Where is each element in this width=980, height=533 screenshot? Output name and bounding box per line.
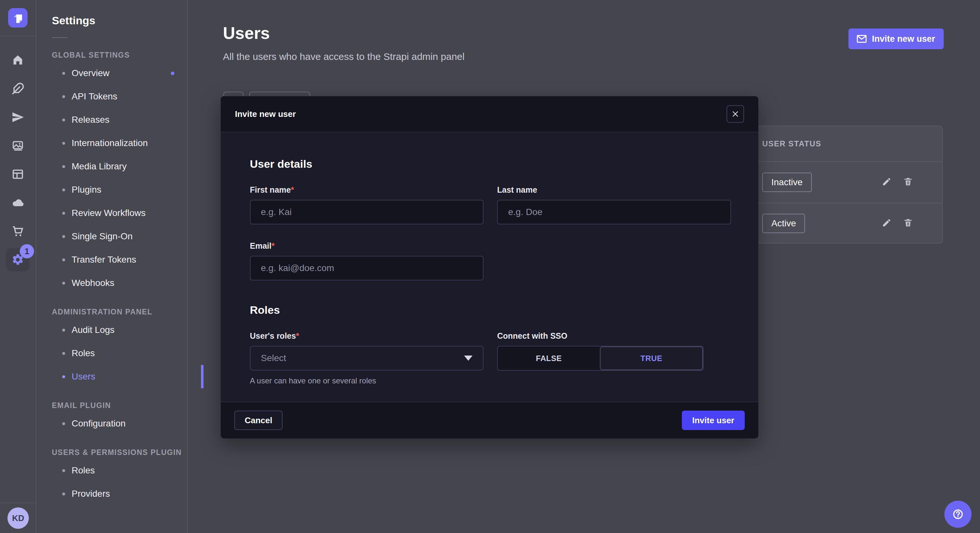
modal-header: Invite new user (221, 96, 758, 132)
nav-marketplace[interactable] (6, 219, 30, 243)
invite-new-user-button[interactable]: Invite new user (848, 29, 944, 49)
home-icon (11, 54, 24, 67)
sidebar-item-releases[interactable]: Releases (52, 108, 187, 132)
invite-user-modal: Invite new user User details First name*… (221, 96, 758, 438)
notification-dot-icon (171, 71, 174, 75)
profile-section: KD (0, 503, 36, 533)
user-roles-label: User's roles* (250, 331, 484, 341)
cloud-icon (11, 196, 24, 209)
sidebar-item-single-sign-on[interactable]: Single Sign-On (52, 225, 187, 248)
avatar[interactable]: KD (8, 508, 29, 529)
invite-user-submit-button[interactable]: Invite user (682, 411, 745, 430)
nav-home[interactable] (6, 49, 30, 72)
user-status-column-header: USER STATUS (746, 126, 942, 162)
envelope-icon (857, 35, 867, 43)
email-field-group: Email* (250, 241, 484, 281)
sidebar-item-admin-roles[interactable]: Roles (52, 342, 187, 365)
edit-button[interactable] (882, 218, 891, 229)
required-asterisk: * (272, 241, 275, 250)
users-table-panel: USER STATUS Inactive Active (745, 125, 943, 244)
user-roles-field-group: User's roles* Select A user can have one… (250, 331, 484, 385)
settings-sidebar: Settings GLOBAL SETTINGS Overview API To… (36, 0, 188, 533)
bullet-icon (62, 72, 65, 75)
table-row: Inactive (746, 162, 942, 203)
sidebar-item-up-roles[interactable]: Roles (52, 459, 187, 482)
first-name-input[interactable] (250, 200, 484, 224)
sidebar-item-media-library[interactable]: Media Library (52, 155, 187, 178)
delete-button[interactable] (903, 218, 913, 229)
logo-section (0, 0, 36, 36)
strapi-admin: 1 KD Settings GLOBAL SETTINGS Overview A… (0, 0, 980, 533)
nav-releases[interactable] (6, 106, 30, 129)
sidebar-item-plugins[interactable]: Plugins (52, 178, 187, 201)
bullet-icon (62, 352, 65, 355)
user-details-heading: User details (250, 158, 729, 170)
sidebar-item-overview[interactable]: Overview (52, 62, 187, 85)
title-divider (52, 37, 67, 38)
sidebar-item-providers[interactable]: Providers (52, 482, 187, 506)
bullet-icon (62, 165, 65, 168)
page-title: Users (223, 23, 270, 43)
cart-icon (11, 225, 24, 238)
close-icon (732, 110, 739, 118)
chevron-down-icon (464, 355, 473, 361)
cancel-button[interactable]: Cancel (234, 411, 283, 430)
nav-content-type-builder[interactable] (6, 163, 30, 186)
sidebar-item-internationalization[interactable]: Internationalization (52, 132, 187, 155)
sidebar-item-api-tokens[interactable]: API Tokens (52, 85, 187, 108)
bullet-icon (62, 95, 65, 98)
pencil-icon (882, 177, 891, 187)
sso-false-option[interactable]: FALSE (498, 346, 600, 370)
sidebar-item-users[interactable]: Users (52, 365, 187, 388)
sso-field-group: Connect with SSO FALSE TRUE (497, 331, 731, 385)
help-button[interactable] (944, 501, 972, 528)
table-row: Active (746, 203, 942, 244)
bullet-icon (62, 235, 65, 238)
section-global-settings: GLOBAL SETTINGS (52, 51, 187, 60)
nav-media-library[interactable] (6, 134, 30, 157)
bullet-icon (62, 282, 65, 285)
bullet-icon (62, 422, 65, 425)
sidebar-item-audit-logs[interactable]: Audit Logs (52, 318, 187, 342)
sidebar-item-webhooks[interactable]: Webhooks (52, 271, 187, 295)
strapi-logo[interactable] (8, 8, 27, 27)
status-badge: Inactive (762, 173, 812, 192)
bullet-icon (62, 493, 65, 495)
settings-badge: 1 (20, 244, 34, 259)
roles-hint: A user can have one or several roles (250, 376, 484, 385)
bullet-icon (62, 259, 65, 261)
strapi-logo-icon (8, 8, 27, 27)
icon-rail: 1 KD (0, 0, 36, 533)
bullet-icon (62, 142, 65, 145)
layout-icon (11, 168, 24, 181)
user-roles-select[interactable]: Select (250, 346, 484, 370)
sso-true-option[interactable]: TRUE (600, 346, 703, 370)
nav-content-manager[interactable] (6, 77, 30, 100)
edit-button[interactable] (882, 177, 891, 188)
feather-icon (11, 82, 24, 95)
modal-title: Invite new user (235, 109, 296, 119)
last-name-input[interactable] (497, 200, 731, 224)
email-input[interactable] (250, 256, 484, 281)
trash-icon (903, 177, 913, 187)
modal-footer: Cancel Invite user (221, 401, 758, 438)
sidebar-item-review-workflows[interactable]: Review Workflows (52, 201, 187, 225)
bullet-icon (62, 375, 65, 378)
required-asterisk: * (296, 331, 299, 340)
nav-cloud[interactable] (6, 191, 30, 214)
first-name-field-group: First name* (250, 185, 484, 224)
bullet-icon (62, 329, 65, 332)
sso-label: Connect with SSO (497, 331, 731, 341)
sso-toggle: FALSE TRUE (497, 346, 703, 371)
section-administration-panel: ADMINISTRATION PANEL (52, 308, 187, 316)
delete-button[interactable] (903, 177, 913, 188)
required-asterisk: * (291, 185, 294, 194)
trash-icon (903, 218, 913, 228)
page-subtitle: All the users who have access to the Str… (223, 51, 465, 62)
email-label: Email* (250, 241, 484, 251)
nav-settings[interactable]: 1 (6, 248, 30, 271)
sidebar-item-transfer-tokens[interactable]: Transfer Tokens (52, 248, 187, 271)
close-button[interactable] (727, 105, 744, 123)
sidebar-item-configuration[interactable]: Configuration (52, 412, 187, 435)
last-name-label: Last name (497, 185, 731, 195)
